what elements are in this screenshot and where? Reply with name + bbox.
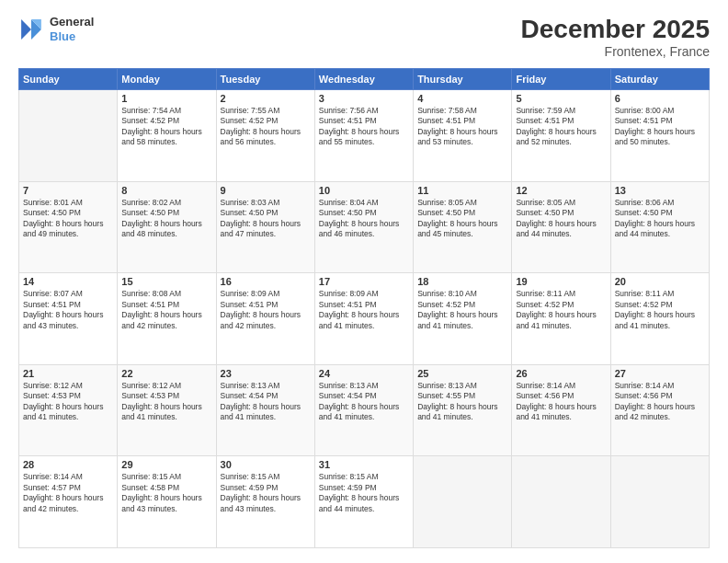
cell-info: Sunrise: 8:07 AMSunset: 4:51 PMDaylight:… bbox=[23, 289, 113, 331]
logo-text: General Blue bbox=[50, 15, 94, 43]
calendar-cell: 2Sunrise: 7:55 AMSunset: 4:52 PMDaylight… bbox=[216, 90, 314, 182]
calendar-cell: 18Sunrise: 8:10 AMSunset: 4:52 PMDayligh… bbox=[414, 273, 512, 365]
logo-icon bbox=[18, 17, 44, 42]
calendar-cell: 31Sunrise: 8:15 AMSunset: 4:59 PMDayligh… bbox=[314, 456, 413, 548]
calendar-cell: 26Sunrise: 8:14 AMSunset: 4:56 PMDayligh… bbox=[512, 364, 610, 456]
cell-date-number: 7 bbox=[23, 185, 113, 196]
cell-date-number: 21 bbox=[23, 368, 113, 379]
calendar-cell: 27Sunrise: 8:14 AMSunset: 4:56 PMDayligh… bbox=[610, 364, 709, 456]
cell-date-number: 29 bbox=[121, 459, 211, 470]
calendar-cell: 23Sunrise: 8:13 AMSunset: 4:54 PMDayligh… bbox=[216, 364, 314, 456]
calendar-cell: 11Sunrise: 8:05 AMSunset: 4:50 PMDayligh… bbox=[414, 181, 512, 273]
cell-info: Sunrise: 8:06 AMSunset: 4:50 PMDaylight:… bbox=[615, 198, 705, 240]
cell-date-number: 6 bbox=[615, 93, 705, 104]
title-block: December 2025 Frontenex, France bbox=[521, 15, 710, 59]
calendar-cell: 17Sunrise: 8:09 AMSunset: 4:51 PMDayligh… bbox=[314, 273, 413, 365]
calendar-cell: 29Sunrise: 8:15 AMSunset: 4:58 PMDayligh… bbox=[118, 456, 216, 548]
weekday-header-friday: Friday bbox=[512, 69, 610, 90]
cell-date-number: 3 bbox=[319, 93, 409, 104]
weekday-header-row: SundayMondayTuesdayWednesdayThursdayFrid… bbox=[19, 69, 710, 90]
cell-info: Sunrise: 7:58 AMSunset: 4:51 PMDaylight:… bbox=[417, 106, 507, 148]
cell-info: Sunrise: 7:59 AMSunset: 4:51 PMDaylight:… bbox=[516, 106, 606, 148]
cell-date-number: 11 bbox=[417, 185, 507, 196]
calendar-cell: 25Sunrise: 8:13 AMSunset: 4:55 PMDayligh… bbox=[414, 364, 512, 456]
cell-info: Sunrise: 8:09 AMSunset: 4:51 PMDaylight:… bbox=[319, 289, 409, 331]
cell-date-number: 12 bbox=[516, 185, 606, 196]
cell-date-number: 27 bbox=[615, 368, 705, 379]
cell-date-number: 25 bbox=[417, 368, 507, 379]
calendar-cell bbox=[19, 90, 118, 182]
cell-date-number: 13 bbox=[615, 185, 705, 196]
weekday-header-sunday: Sunday bbox=[19, 69, 118, 90]
calendar-cell: 1Sunrise: 7:54 AMSunset: 4:52 PMDaylight… bbox=[118, 90, 216, 182]
cell-info: Sunrise: 8:12 AMSunset: 4:53 PMDaylight:… bbox=[121, 381, 211, 423]
svg-marker-1 bbox=[21, 19, 31, 40]
cell-info: Sunrise: 7:55 AMSunset: 4:52 PMDaylight:… bbox=[221, 106, 311, 148]
cell-date-number: 19 bbox=[516, 276, 606, 287]
calendar-cell: 10Sunrise: 8:04 AMSunset: 4:50 PMDayligh… bbox=[314, 181, 413, 273]
cell-date-number: 1 bbox=[121, 93, 211, 104]
cell-info: Sunrise: 8:14 AMSunset: 4:57 PMDaylight:… bbox=[23, 472, 113, 514]
logo: General Blue bbox=[18, 15, 94, 43]
cell-info: Sunrise: 8:10 AMSunset: 4:52 PMDaylight:… bbox=[417, 289, 507, 331]
cell-info: Sunrise: 8:12 AMSunset: 4:53 PMDaylight:… bbox=[23, 381, 113, 423]
calendar-week-row: 1Sunrise: 7:54 AMSunset: 4:52 PMDaylight… bbox=[19, 90, 710, 182]
calendar-week-row: 7Sunrise: 8:01 AMSunset: 4:50 PMDaylight… bbox=[19, 181, 710, 273]
calendar-cell: 28Sunrise: 8:14 AMSunset: 4:57 PMDayligh… bbox=[19, 456, 118, 548]
calendar-cell bbox=[610, 456, 709, 548]
cell-info: Sunrise: 8:04 AMSunset: 4:50 PMDaylight:… bbox=[319, 198, 409, 240]
calendar-cell: 5Sunrise: 7:59 AMSunset: 4:51 PMDaylight… bbox=[512, 90, 610, 182]
cell-date-number: 18 bbox=[417, 276, 507, 287]
cell-info: Sunrise: 8:11 AMSunset: 4:52 PMDaylight:… bbox=[516, 289, 606, 331]
cell-date-number: 26 bbox=[516, 368, 606, 379]
cell-info: Sunrise: 8:15 AMSunset: 4:59 PMDaylight:… bbox=[319, 472, 409, 514]
cell-info: Sunrise: 8:02 AMSunset: 4:50 PMDaylight:… bbox=[121, 198, 211, 240]
cell-date-number: 22 bbox=[121, 368, 211, 379]
calendar-cell: 22Sunrise: 8:12 AMSunset: 4:53 PMDayligh… bbox=[118, 364, 216, 456]
cell-date-number: 15 bbox=[121, 276, 211, 287]
logo-line1: General bbox=[50, 15, 94, 29]
calendar-cell: 13Sunrise: 8:06 AMSunset: 4:50 PMDayligh… bbox=[610, 181, 709, 273]
cell-info: Sunrise: 8:01 AMSunset: 4:50 PMDaylight:… bbox=[23, 198, 113, 240]
cell-date-number: 2 bbox=[221, 93, 311, 104]
header: General Blue December 2025 Frontenex, Fr… bbox=[18, 15, 710, 59]
cell-info: Sunrise: 8:11 AMSunset: 4:52 PMDaylight:… bbox=[615, 289, 705, 331]
cell-date-number: 31 bbox=[319, 459, 409, 470]
cell-info: Sunrise: 8:05 AMSunset: 4:50 PMDaylight:… bbox=[417, 198, 507, 240]
cell-info: Sunrise: 8:05 AMSunset: 4:50 PMDaylight:… bbox=[516, 198, 606, 240]
calendar-cell: 24Sunrise: 8:13 AMSunset: 4:54 PMDayligh… bbox=[314, 364, 413, 456]
weekday-header-monday: Monday bbox=[118, 69, 216, 90]
logo-line2: Blue bbox=[50, 29, 94, 44]
cell-info: Sunrise: 8:00 AMSunset: 4:51 PMDaylight:… bbox=[615, 106, 705, 148]
calendar-cell: 14Sunrise: 8:07 AMSunset: 4:51 PMDayligh… bbox=[19, 273, 118, 365]
cell-date-number: 20 bbox=[615, 276, 705, 287]
calendar-cell: 30Sunrise: 8:15 AMSunset: 4:59 PMDayligh… bbox=[216, 456, 314, 548]
cell-date-number: 28 bbox=[23, 459, 113, 470]
calendar-week-row: 21Sunrise: 8:12 AMSunset: 4:53 PMDayligh… bbox=[19, 364, 710, 456]
calendar-title: December 2025 bbox=[521, 15, 710, 44]
cell-date-number: 9 bbox=[221, 185, 311, 196]
calendar-week-row: 28Sunrise: 8:14 AMSunset: 4:57 PMDayligh… bbox=[19, 456, 710, 548]
calendar-cell: 9Sunrise: 8:03 AMSunset: 4:50 PMDaylight… bbox=[216, 181, 314, 273]
cell-info: Sunrise: 7:54 AMSunset: 4:52 PMDaylight:… bbox=[121, 106, 211, 148]
cell-info: Sunrise: 8:14 AMSunset: 4:56 PMDaylight:… bbox=[516, 381, 606, 423]
calendar-page: General Blue December 2025 Frontenex, Fr… bbox=[0, 0, 728, 563]
calendar-cell: 3Sunrise: 7:56 AMSunset: 4:51 PMDaylight… bbox=[314, 90, 413, 182]
weekday-header-tuesday: Tuesday bbox=[216, 69, 314, 90]
cell-date-number: 10 bbox=[319, 185, 409, 196]
cell-date-number: 17 bbox=[319, 276, 409, 287]
weekday-header-saturday: Saturday bbox=[610, 69, 709, 90]
calendar-cell: 21Sunrise: 8:12 AMSunset: 4:53 PMDayligh… bbox=[19, 364, 118, 456]
calendar-cell: 19Sunrise: 8:11 AMSunset: 4:52 PMDayligh… bbox=[512, 273, 610, 365]
cell-info: Sunrise: 8:08 AMSunset: 4:51 PMDaylight:… bbox=[121, 289, 211, 331]
calendar-cell: 20Sunrise: 8:11 AMSunset: 4:52 PMDayligh… bbox=[610, 273, 709, 365]
cell-info: Sunrise: 8:13 AMSunset: 4:54 PMDaylight:… bbox=[319, 381, 409, 423]
calendar-subtitle: Frontenex, France bbox=[521, 44, 710, 59]
calendar-cell: 4Sunrise: 7:58 AMSunset: 4:51 PMDaylight… bbox=[414, 90, 512, 182]
cell-info: Sunrise: 7:56 AMSunset: 4:51 PMDaylight:… bbox=[319, 106, 409, 148]
calendar-cell bbox=[512, 456, 610, 548]
calendar-cell: 16Sunrise: 8:09 AMSunset: 4:51 PMDayligh… bbox=[216, 273, 314, 365]
calendar-cell: 7Sunrise: 8:01 AMSunset: 4:50 PMDaylight… bbox=[19, 181, 118, 273]
calendar-table: SundayMondayTuesdayWednesdayThursdayFrid… bbox=[18, 68, 710, 548]
weekday-header-wednesday: Wednesday bbox=[314, 69, 413, 90]
